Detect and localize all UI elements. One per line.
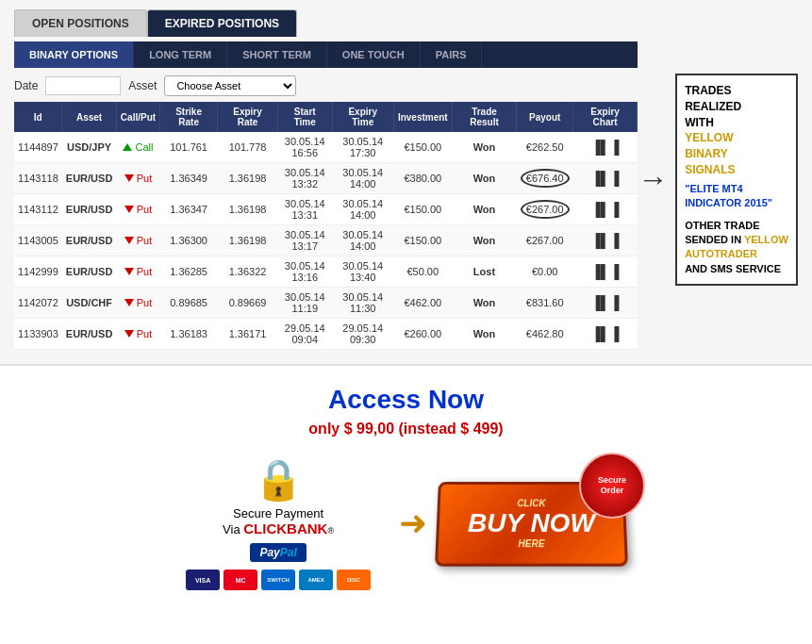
cell-starttime: 30.05.14 13:31 — [277, 194, 332, 225]
cell-id: 1144897 — [14, 132, 62, 163]
cell-id: 1143112 — [14, 194, 62, 225]
cell-id: 1143118 — [14, 163, 62, 194]
cell-direction: Put — [116, 319, 159, 350]
cell-investment: €150.00 — [393, 225, 452, 256]
cell-result: Won — [452, 194, 517, 225]
cell-starttime: 30.05.14 11:19 — [277, 288, 332, 319]
cell-direction: Put — [116, 225, 159, 256]
secure-payment-label: Secure Payment Via CLICKBANK® — [223, 506, 334, 537]
cell-result: Won — [452, 163, 517, 194]
cell-result: Won — [452, 225, 517, 256]
col-expiryrate: Expiry Rate — [218, 102, 278, 132]
cell-starttime: 30.05.14 13:32 — [277, 163, 332, 194]
arrow-right-icon: → — [638, 162, 668, 197]
cell-payout: €262.50 — [517, 132, 573, 163]
date-input[interactable] — [45, 76, 121, 95]
cell-strike: 0.89685 — [160, 288, 218, 319]
cell-expiryrate: 1.36198 — [218, 194, 278, 225]
visa-card: VISA — [186, 570, 220, 590]
cell-chart[interactable]: ▐▌▐ — [573, 132, 638, 163]
col-id: Id — [14, 102, 62, 132]
mastercard: MC — [224, 570, 257, 590]
cell-chart[interactable]: ▐▌▐ — [573, 288, 638, 319]
cell-chart[interactable]: ▐▌▐ — [573, 163, 638, 194]
cell-id: 1133903 — [14, 319, 62, 350]
cell-payout: €462.80 — [517, 319, 573, 350]
cell-investment: €260.00 — [393, 319, 452, 350]
cell-strike: 101.761 — [160, 132, 218, 163]
cell-asset: USD/JPY — [62, 132, 117, 163]
cell-expiryrate: 1.36198 — [218, 163, 278, 194]
asset-label: Asset — [128, 79, 157, 92]
tab-binary-options[interactable]: BINARY OPTIONS — [14, 41, 134, 68]
tab-one-touch[interactable]: ONE TOUCH — [327, 41, 421, 68]
cell-strike: 1.36300 — [160, 225, 218, 256]
table-row: 1142072 USD/CHF Put 0.89685 0.89669 30.0… — [14, 288, 638, 319]
cell-chart[interactable]: ▐▌▐ — [573, 256, 638, 288]
cell-starttime: 30.05.14 13:16 — [277, 256, 332, 288]
tab-open-positions[interactable]: OPEN POSITIONS — [14, 9, 147, 37]
cell-investment: €150.00 — [393, 132, 452, 163]
col-payout: Payout — [517, 102, 573, 132]
cell-payout: €267.00 — [517, 225, 573, 256]
cell-chart[interactable]: ▐▌▐ — [573, 319, 638, 350]
date-label: Date — [14, 79, 38, 92]
col-investment: Investment — [393, 102, 452, 132]
col-callput: Call/Put — [116, 102, 159, 132]
table-row: 1142999 EUR/USD Put 1.36285 1.36322 30.0… — [14, 256, 638, 288]
tab-short-term[interactable]: SHORT TERM — [227, 41, 327, 68]
amex-card: AMEX — [299, 570, 333, 590]
secure-payment-box: 🔒 Secure Payment Via CLICKBANK® PayPal V… — [186, 456, 371, 590]
cell-expiryrate: 0.89669 — [218, 288, 278, 319]
cell-direction: Call — [116, 132, 159, 163]
table-row: 1143118 EUR/USD Put 1.36349 1.36198 30.0… — [14, 163, 638, 194]
cell-strike: 1.36347 — [160, 194, 218, 225]
cell-expirytime: 30.05.14 11:30 — [332, 288, 393, 319]
cell-payout: €267.00 — [517, 194, 573, 225]
cell-asset: USD/CHF — [62, 288, 117, 319]
cell-asset: EUR/USD — [62, 163, 117, 194]
secure-order-badge: Secure Order — [579, 453, 645, 519]
cell-asset: EUR/USD — [62, 256, 117, 288]
table-row: 1133903 EUR/USD Put 1.36183 1.36171 29.0… — [14, 319, 638, 350]
cell-expirytime: 30.05.14 13:40 — [332, 256, 393, 288]
info-box: TRADESREALIZEDWITHYELLOWBINARYSIGNALS "E… — [675, 74, 798, 286]
cell-result: Won — [452, 288, 517, 319]
access-now-heading: Access Now — [14, 385, 798, 415]
cell-result: Lost — [452, 256, 517, 288]
switch-card: SWITCH — [261, 570, 295, 590]
cell-starttime: 29.05.14 09:04 — [277, 319, 332, 350]
cell-expiryrate: 1.36171 — [218, 319, 278, 350]
cell-direction: Put — [116, 256, 159, 288]
cell-strike: 1.36183 — [160, 319, 218, 350]
cell-direction: Put — [116, 194, 159, 225]
tab-long-term[interactable]: LONG TERM — [134, 41, 227, 68]
cell-result: Won — [452, 319, 517, 350]
cell-chart[interactable]: ▐▌▐ — [573, 225, 638, 256]
cell-starttime: 30.05.14 13:17 — [277, 225, 332, 256]
table-row: 1143005 EUR/USD Put 1.36300 1.36198 30.0… — [14, 225, 638, 256]
table-row: 1143112 EUR/USD Put 1.36347 1.36198 30.0… — [14, 194, 638, 225]
cell-chart[interactable]: ▐▌▐ — [573, 194, 638, 225]
price-line: only $ 99,00 (instead $ 499) — [14, 421, 798, 438]
cell-asset: EUR/USD — [62, 319, 117, 350]
col-result: Trade Result — [452, 102, 517, 132]
buy-now-wrapper: ➜ Secure Order Click BUY NOW Here — [399, 481, 626, 566]
cell-investment: €150.00 — [393, 194, 452, 225]
tab-pairs[interactable]: PAIRS — [421, 41, 483, 68]
cell-asset: EUR/USD — [62, 225, 117, 256]
asset-select[interactable]: Choose Asset — [164, 75, 296, 96]
cell-payout: €676.40 — [517, 163, 573, 194]
cell-expirytime: 30.05.14 14:00 — [332, 163, 393, 194]
cell-expirytime: 30.05.14 14:00 — [332, 194, 393, 225]
cell-payout: €0.00 — [517, 256, 573, 288]
tab-expired-positions[interactable]: EXPIRED POSITIONS — [147, 9, 297, 37]
cell-direction: Put — [116, 288, 159, 319]
cell-starttime: 30.05.14 16:56 — [277, 132, 332, 163]
cell-expirytime: 29.05.14 09:30 — [332, 319, 393, 350]
col-expirytime: Expiry Time — [332, 102, 393, 132]
cell-investment: €462.00 — [393, 288, 452, 319]
cell-expiryrate: 101.778 — [218, 132, 278, 163]
cell-expiryrate: 1.36198 — [218, 225, 278, 256]
cell-id: 1142999 — [14, 256, 62, 288]
